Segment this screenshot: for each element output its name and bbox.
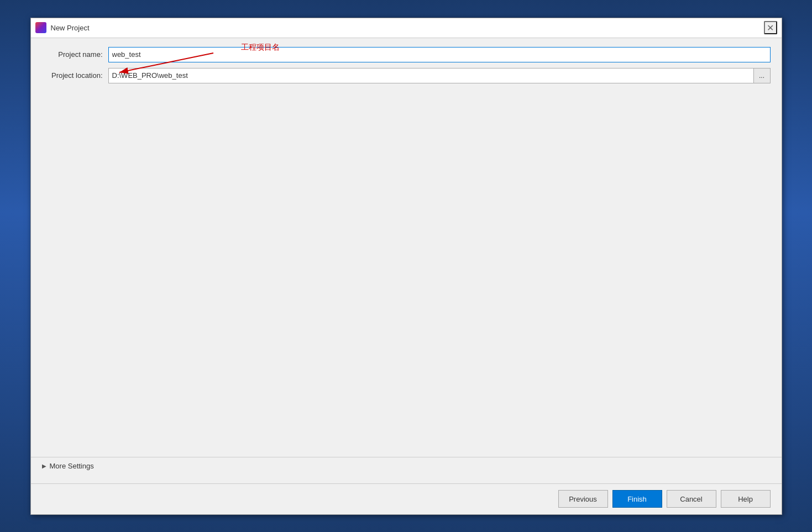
finish-button[interactable]: Finish <box>612 490 662 508</box>
project-location-input[interactable] <box>108 68 754 83</box>
close-button[interactable]: ✕ <box>764 21 777 34</box>
project-name-input[interactable] <box>108 47 771 62</box>
project-location-row: Project location: ... <box>42 68 771 83</box>
content-spacer <box>42 89 771 457</box>
project-name-label: Project name: <box>42 50 108 59</box>
more-settings-row[interactable]: ▶ More Settings <box>31 457 782 475</box>
title-bar-left: New Project <box>35 22 90 33</box>
title-bar: New Project ✕ <box>31 18 782 38</box>
footer: Previous Finish Cancel Help <box>31 483 782 514</box>
dialog-content: 工程项目名 Project name: Project location: ..… <box>31 38 782 483</box>
expand-icon: ▶ <box>42 463 46 469</box>
project-name-row: Project name: <box>42 47 771 62</box>
browse-button[interactable]: ... <box>754 68 771 83</box>
cancel-button[interactable]: Cancel <box>667 490 716 508</box>
app-icon <box>35 22 46 33</box>
previous-button[interactable]: Previous <box>558 490 608 508</box>
project-location-field-group: ... <box>108 68 771 83</box>
help-button[interactable]: Help <box>721 490 771 508</box>
more-settings-label: More Settings <box>50 462 94 470</box>
dialog-title: New Project <box>51 24 90 32</box>
project-location-label: Project location: <box>42 71 108 80</box>
new-project-dialog: New Project ✕ 工程项目名 Project name: Pro <box>30 18 782 515</box>
